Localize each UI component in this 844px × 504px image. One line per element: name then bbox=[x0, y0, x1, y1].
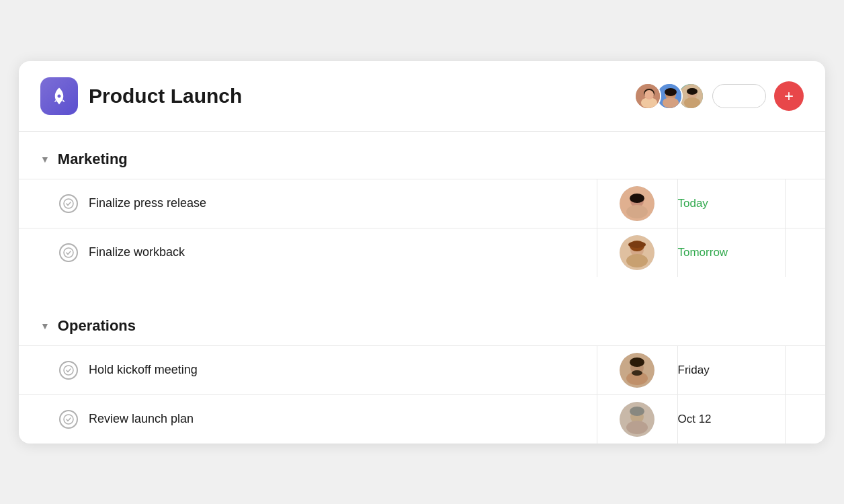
page-title: Product Launch bbox=[89, 85, 634, 108]
extra-cell bbox=[785, 179, 825, 228]
main-card: Product Launch bbox=[19, 61, 825, 444]
avatar-stack bbox=[634, 83, 704, 110]
chevron-down-icon[interactable]: ▼ bbox=[40, 154, 50, 165]
header-actions: + bbox=[634, 81, 804, 111]
assignee-cell bbox=[597, 179, 677, 228]
avatar[interactable] bbox=[620, 353, 655, 388]
task-name: Finalize press release bbox=[89, 196, 206, 210]
svg-point-27 bbox=[630, 358, 644, 367]
svg-point-17 bbox=[626, 205, 648, 218]
task-main-cell: Finalize press release bbox=[19, 179, 597, 228]
avatar[interactable] bbox=[620, 402, 655, 437]
app-icon bbox=[40, 77, 78, 115]
svg-point-8 bbox=[663, 97, 679, 108]
chevron-down-icon[interactable]: ▼ bbox=[40, 321, 50, 331]
task-main-cell: Hold kickoff meeting bbox=[19, 345, 597, 394]
section-operations-title: Operations bbox=[58, 317, 136, 335]
assignee-cell bbox=[597, 394, 677, 444]
task-main-cell: Review launch plan bbox=[19, 394, 597, 444]
task-name: Finalize workback bbox=[89, 245, 185, 259]
avatar[interactable] bbox=[620, 235, 655, 270]
assignee-cell bbox=[597, 345, 677, 394]
svg-point-4 bbox=[644, 90, 654, 99]
svg-point-29 bbox=[632, 370, 642, 376]
section-marketing-title: Marketing bbox=[58, 151, 128, 168]
add-member-button[interactable] bbox=[712, 84, 766, 108]
svg-point-33 bbox=[630, 407, 644, 416]
task-name: Review launch plan bbox=[89, 412, 194, 426]
svg-point-30 bbox=[64, 415, 73, 424]
avatar[interactable] bbox=[620, 186, 655, 221]
svg-point-24 bbox=[64, 366, 73, 375]
date-cell: Tomorrow bbox=[677, 228, 785, 277]
task-check-icon[interactable] bbox=[59, 194, 78, 213]
date-cell: Friday bbox=[677, 345, 785, 394]
svg-point-7 bbox=[665, 88, 677, 96]
rocket-icon bbox=[49, 86, 69, 106]
extra-cell bbox=[785, 345, 825, 394]
svg-point-23 bbox=[626, 254, 648, 267]
section-operations: ▼ Operations Hold ki bbox=[19, 298, 825, 444]
header: Product Launch bbox=[19, 61, 825, 132]
task-main-cell: Finalize workback bbox=[19, 228, 597, 277]
section-marketing-header: ▼ Marketing bbox=[19, 132, 825, 179]
table-row: Review launch plan O bbox=[19, 394, 825, 444]
svg-point-22 bbox=[628, 241, 646, 248]
svg-point-11 bbox=[687, 88, 698, 95]
task-check-icon[interactable] bbox=[59, 361, 78, 380]
svg-point-18 bbox=[64, 248, 73, 257]
extra-cell bbox=[785, 228, 825, 277]
task-name: Hold kickoff meeting bbox=[89, 363, 198, 377]
date-cell: Oct 12 bbox=[677, 394, 785, 444]
svg-point-12 bbox=[684, 97, 700, 108]
task-check-icon[interactable] bbox=[59, 410, 78, 429]
section-operations-header: ▼ Operations bbox=[19, 298, 825, 345]
date-cell: Today bbox=[677, 179, 785, 228]
task-check-icon[interactable] bbox=[59, 243, 78, 262]
table-row: Finalize workback bbox=[19, 228, 825, 277]
marketing-task-table: Finalize press release bbox=[19, 179, 825, 277]
svg-point-13 bbox=[64, 199, 73, 208]
avatar-1[interactable] bbox=[634, 83, 661, 110]
add-button[interactable]: + bbox=[774, 81, 804, 111]
content: ▼ Marketing Finalize bbox=[19, 132, 825, 444]
svg-point-34 bbox=[626, 421, 648, 434]
section-divider bbox=[19, 277, 825, 298]
operations-task-table: Hold kickoff meeting bbox=[19, 345, 825, 444]
table-row: Hold kickoff meeting bbox=[19, 345, 825, 394]
table-row: Finalize press release bbox=[19, 179, 825, 228]
svg-point-16 bbox=[630, 194, 644, 203]
extra-cell bbox=[785, 394, 825, 444]
assignee-cell bbox=[597, 228, 677, 277]
section-marketing: ▼ Marketing Finalize bbox=[19, 132, 825, 277]
